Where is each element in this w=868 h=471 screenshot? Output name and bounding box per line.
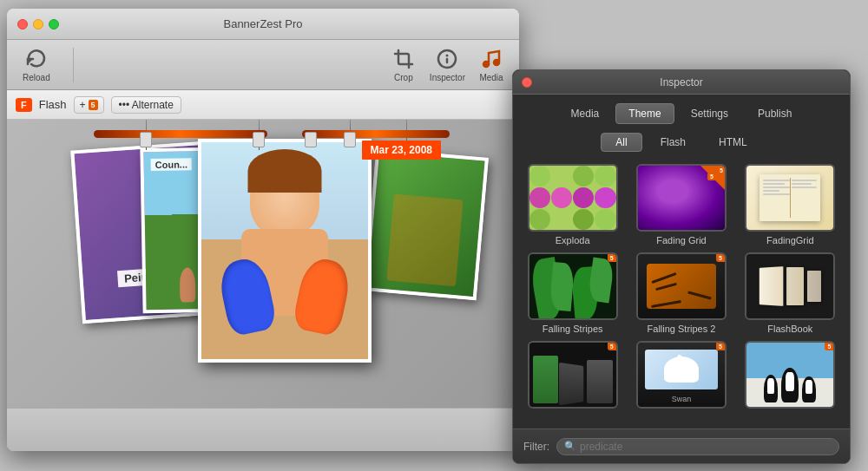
theme-thumb-fading-grid: 5 5	[636, 164, 727, 232]
subtab-flash[interactable]: Flash	[646, 133, 700, 152]
reload-label: Reload	[23, 73, 50, 82]
theme-grid: Exploda 5 5 Fading Grid	[513, 159, 850, 411]
theme-label-falling-stripes-2: Falling Stripes 2	[648, 324, 716, 334]
theme-thumb-falling-stripes: 5	[528, 252, 618, 320]
inspector-close-button[interactable]	[522, 77, 532, 88]
canvas-inner: Peinture Mar 23, 2008 Coun...	[7, 120, 519, 451]
main-titlebar: BannerZest Pro	[7, 9, 519, 40]
media-button[interactable]: Media	[474, 43, 509, 86]
flash-label: Flash	[39, 98, 67, 111]
theme-thumb-exploda	[528, 164, 618, 232]
orange-bar-left	[94, 130, 267, 138]
main-toolbar: Reload Crop	[7, 40, 519, 90]
filter-input[interactable]	[580, 441, 832, 453]
theme-item-falling-stripes-2[interactable]: 5 Falling Stripes 2	[630, 252, 732, 334]
count-label: Coun...	[151, 158, 193, 171]
orange-bar-right	[302, 130, 450, 138]
window-title: BannerZest Pro	[223, 17, 302, 30]
svg-point-3	[483, 62, 489, 67]
media-icon	[479, 47, 503, 71]
theme-item-gallery[interactable]: 5	[740, 341, 841, 411]
close-button[interactable]	[17, 19, 28, 29]
minimize-button[interactable]	[33, 19, 43, 29]
crop-icon	[391, 47, 416, 71]
clip-right	[344, 132, 356, 147]
filter-bar: Filter: 🔍	[513, 428, 850, 463]
inspector-panel: Inspector Media Theme Settings Publish A…	[512, 69, 851, 464]
theme-thumb-flashbook	[745, 252, 835, 320]
subtab-html[interactable]: HTML	[704, 133, 762, 152]
theme-label-fading-grid2: FadingGrid	[766, 235, 813, 245]
toolbar-separator	[73, 48, 74, 82]
canvas-area: Peinture Mar 23, 2008 Coun...	[7, 120, 519, 451]
flash-badge: F	[16, 98, 32, 112]
media-label: Media	[479, 73, 503, 82]
theme-item-flippy-1[interactable]: 5 Flippy	[522, 341, 623, 411]
photo-main-child	[198, 139, 372, 363]
inspector-icon	[435, 47, 459, 71]
inspector-title: Inspector	[660, 76, 702, 88]
theme-item-fading-grid2[interactable]: FadingGrid	[740, 164, 841, 245]
clip-center	[305, 132, 317, 147]
reload-icon	[24, 47, 49, 71]
bottom-bar	[7, 408, 519, 451]
theme-thumb-flippy-2: 5 Swan	[636, 341, 727, 409]
theme-label-exploda: Exploda	[556, 235, 590, 245]
theme-thumb-fading-grid2	[745, 164, 835, 232]
inspector-tab-bar: Media Theme Settings Publish	[513, 95, 850, 129]
tab-theme[interactable]: Theme	[615, 103, 674, 124]
add-slide-button[interactable]: + 5	[74, 96, 104, 114]
inspector-button[interactable]: Inspector	[424, 43, 470, 86]
tab-settings[interactable]: Settings	[678, 103, 741, 124]
theme-thumb-gallery: 5	[745, 341, 835, 409]
clip-left	[140, 132, 152, 147]
search-icon: 🔍	[564, 441, 576, 452]
tab-media[interactable]: Media	[558, 103, 613, 124]
inspector-titlebar: Inspector	[513, 70, 850, 95]
filter-input-wrapper: 🔍	[556, 438, 839, 455]
theme-item-exploda[interactable]: Exploda	[522, 164, 623, 245]
theme-item-flippy-2[interactable]: 5 Swan Flippy	[630, 341, 732, 411]
theme-label-flashbook: FlashBook	[767, 324, 812, 334]
theme-item-flashbook[interactable]: FlashBook	[740, 252, 841, 334]
crop-button[interactable]: Crop	[386, 43, 421, 86]
theme-thumb-flippy-1: 5	[528, 341, 618, 409]
clip-center-left	[253, 132, 265, 147]
date-label: Mar 23, 2008	[362, 141, 441, 160]
theme-item-falling-stripes[interactable]: 5 Falling Stripes	[522, 252, 623, 334]
alternate-button[interactable]: ••• Alternate	[111, 96, 181, 114]
html5-badge: 5	[89, 100, 98, 110]
photo-right	[364, 148, 489, 301]
theme-label-falling-stripes: Falling Stripes	[542, 324, 603, 334]
theme-item-fading-grid[interactable]: 5 5 Fading Grid	[630, 164, 732, 245]
main-window: BannerZest Pro Reload Crop	[7, 9, 519, 451]
theme-label-fading-grid: Fading Grid	[656, 235, 706, 245]
filter-label: Filter:	[523, 441, 549, 453]
traffic-lights	[17, 19, 59, 29]
add-icon: +	[80, 99, 86, 111]
maximize-button[interactable]	[49, 19, 59, 29]
inspector-label: Inspector	[430, 73, 465, 82]
tab-publish[interactable]: Publish	[745, 103, 805, 124]
theme-thumb-falling-stripes-2: 5	[636, 252, 727, 320]
sub-tab-bar: All Flash HTML	[513, 129, 850, 159]
format-bar: F Flash + 5 ••• Alternate	[7, 90, 519, 120]
subtab-all[interactable]: All	[601, 133, 641, 152]
reload-button[interactable]: Reload	[17, 43, 56, 86]
svg-point-4	[494, 60, 499, 65]
crop-label: Crop	[394, 73, 413, 82]
